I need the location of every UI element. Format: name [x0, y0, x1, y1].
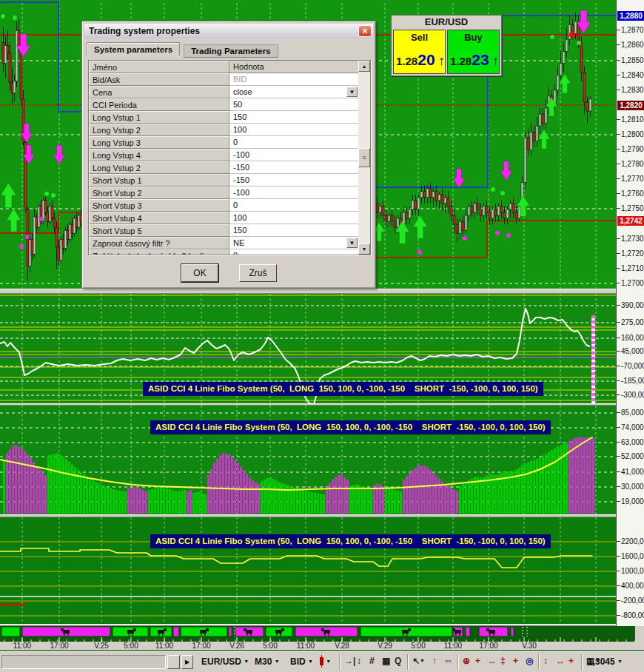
- crosshair-arrow-icon[interactable]: ↑: [432, 656, 437, 666]
- up-arrow-icon: ↑: [492, 53, 499, 68]
- indicator-axis-label: 160,000: [621, 335, 644, 342]
- fit-vertical-icon[interactable]: ↕: [357, 656, 361, 666]
- param-value[interactable]: close▼: [229, 86, 358, 98]
- crosshair-double-icon[interactable]: ‡: [500, 656, 506, 666]
- param-value[interactable]: 100: [229, 124, 358, 136]
- param-value[interactable]: 0: [229, 199, 358, 212]
- expand-horizontal-icon[interactable]: ↔: [488, 656, 497, 666]
- param-value[interactable]: -150: [229, 161, 358, 174]
- sell-button[interactable]: Sell 1.2820 ↑: [393, 30, 446, 74]
- param-value[interactable]: 0: [229, 136, 358, 149]
- indicator-axis-label: 52,000: [621, 453, 644, 460]
- price-tag-blue: 1,2880: [617, 11, 644, 21]
- table-header-row: JménoHodnota: [89, 61, 358, 73]
- param-value[interactable]: 0: [229, 249, 358, 255]
- last-price-selector[interactable]: 1,3045 ▼: [588, 656, 623, 667]
- trading-chart-window: 1,28801,28701,28601,28501,28401,28301,28…: [0, 0, 644, 672]
- table-row: Long Vstup 2-150: [89, 161, 358, 174]
- snap-icon[interactable]: →|: [344, 656, 355, 666]
- time-axis-label: 17:00: [479, 642, 497, 651]
- grid-dots-icon[interactable]: ▦: [382, 656, 390, 666]
- chevron-down-icon: ▼: [244, 659, 249, 664]
- price-axis-label: 1,2830: [621, 87, 644, 94]
- chevron-down-icon: ▼: [275, 659, 280, 664]
- param-name: Cena: [89, 86, 229, 98]
- close-icon[interactable]: ×: [358, 25, 372, 37]
- table-row: Cenaclose▼: [89, 86, 358, 98]
- quote-symbol: EUR/USD: [392, 16, 501, 29]
- time-axis-label: 11:00: [297, 642, 315, 651]
- small-squares-icon[interactable]: ▫▫: [445, 656, 452, 666]
- spacing-both-icon[interactable]: +: [568, 656, 574, 666]
- time-axis-label: V.25: [94, 642, 109, 651]
- bottom-toolbar: ▶ EUR/USD ▼ M30 ▼ BID ▼ ▼ →|↕#▦Q↖▼↑▫▫⊕+↔…: [0, 651, 644, 672]
- param-name: Short Vstup 5: [89, 224, 229, 237]
- table-row: Bid/AskBID: [89, 73, 358, 86]
- price-axis[interactable]: 1,28801,28701,28601,28501,28401,28301,28…: [616, 0, 644, 626]
- indicator-axis-label: 45,000: [621, 348, 644, 355]
- param-value[interactable]: -100: [229, 187, 358, 199]
- tab-trading-parameters[interactable]: Trading Parameters: [184, 44, 278, 58]
- table-row: Long Vstup 2100: [89, 124, 358, 136]
- price-axis-label: 1,2850: [621, 57, 644, 64]
- h-scrollbar-thumb[interactable]: [167, 655, 180, 669]
- scroll-up-icon[interactable]: ▲: [358, 61, 370, 72]
- chevron-down-icon[interactable]: ▼: [346, 87, 358, 97]
- param-value[interactable]: 150: [229, 111, 358, 124]
- up-arrow-icon: ↑: [438, 53, 445, 68]
- tab-system-parameters[interactable]: System parameters: [87, 42, 180, 56]
- grid-icon[interactable]: #: [369, 656, 375, 666]
- param-name: CCI Perioda: [89, 98, 229, 111]
- buy-button[interactable]: Buy 1.2823 ↑: [447, 30, 500, 74]
- param-name: Short Vstup 4: [89, 212, 229, 224]
- time-axis-label: 5:00: [411, 642, 425, 651]
- symbol-selector[interactable]: EUR/USD ▼: [201, 656, 249, 667]
- table-row: Zapnout časový filtr ?NE▼: [89, 237, 358, 249]
- param-name: Long Vstup 2: [89, 161, 229, 174]
- param-value[interactable]: -100: [229, 149, 358, 161]
- indicator-axis-label: -185,00: [621, 377, 644, 385]
- price-axis-label: 1,2720: [621, 250, 644, 258]
- scroll-right-icon[interactable]: ▶: [181, 655, 193, 669]
- timeframe-selector[interactable]: M30 ▼: [255, 656, 280, 667]
- scrollbar-thumb[interactable]: ≡: [358, 148, 370, 167]
- h-scrollbar-trough[interactable]: [1, 655, 166, 669]
- sell-label: Sell: [394, 32, 445, 43]
- param-value[interactable]: -150: [229, 174, 358, 187]
- crosshair-icon[interactable]: +: [475, 656, 480, 666]
- crosshair-plus-icon[interactable]: +: [513, 656, 518, 666]
- zoom-in-icon[interactable]: ⊕: [463, 656, 470, 666]
- cancel-button[interactable]: Zruš: [239, 264, 277, 282]
- dialog-tabs: System parameters Trading Parameters: [87, 42, 278, 58]
- param-value[interactable]: 150: [229, 224, 358, 237]
- quote-icon[interactable]: Q: [395, 656, 401, 666]
- time-axis-label: 11:00: [444, 642, 462, 651]
- cursor-icon[interactable]: ↖▼: [412, 656, 425, 666]
- time-axis-label: 5:00: [124, 642, 138, 651]
- price-axis-label: 1,2760: [621, 190, 644, 198]
- spacing-vertical-icon[interactable]: ↕: [543, 656, 548, 666]
- param-value[interactable]: BID: [229, 73, 358, 86]
- spacing-horizontal-icon[interactable]: ↔: [556, 656, 565, 666]
- param-value[interactable]: NE▼: [229, 237, 358, 249]
- param-name: Long Vstup 4: [89, 149, 229, 161]
- price-axis-label: 1,2870: [621, 27, 644, 34]
- dialog-title-bar[interactable]: Trading system properties ×: [84, 24, 373, 38]
- dialog-title: Trading system properties: [89, 26, 200, 36]
- candle-style-icon[interactable]: ▼: [320, 656, 331, 667]
- table-row: Long Vstup 30: [89, 136, 358, 149]
- time-axis-label: V.30: [522, 642, 537, 651]
- time-axis-label: V.26: [229, 642, 244, 651]
- scroll-down-icon[interactable]: ▼: [358, 243, 370, 255]
- table-row: CCI Perioda50: [89, 98, 358, 111]
- param-name: Short Vstup 3: [89, 199, 229, 212]
- table-scrollbar[interactable]: ▲ ≡ ▼: [358, 61, 370, 255]
- time-axis-label: 11:00: [155, 642, 173, 651]
- param-value[interactable]: 100: [229, 212, 358, 224]
- price-type-selector[interactable]: BID ▼: [290, 656, 313, 667]
- chevron-down-icon[interactable]: ▼: [346, 238, 358, 248]
- param-value[interactable]: 50: [229, 98, 358, 111]
- globe-icon[interactable]: ◎: [526, 656, 533, 666]
- indicator-axis-label: -70,000: [621, 363, 644, 370]
- ok-button[interactable]: OK: [181, 264, 218, 282]
